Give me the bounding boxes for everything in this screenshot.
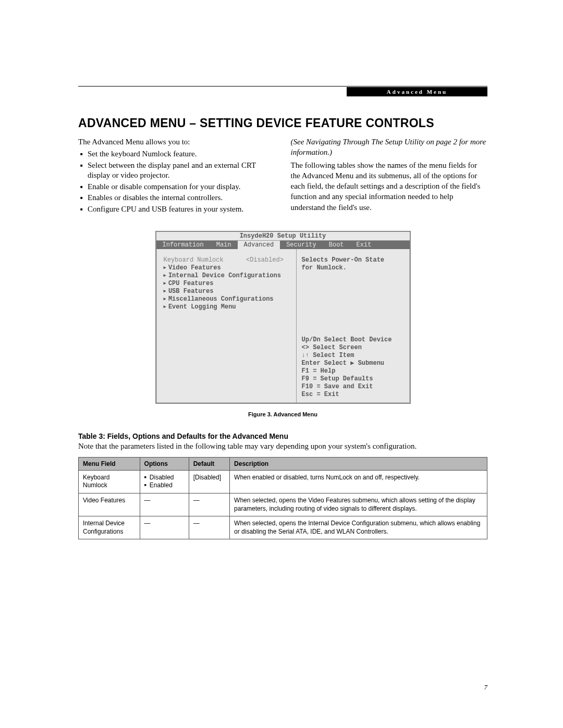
table-note: Note that the parameters listed in the f… bbox=[78, 441, 487, 452]
th-default: Default bbox=[189, 457, 229, 470]
bios-numlock-value: <Disabled> bbox=[246, 256, 284, 264]
cell-field: Video Features bbox=[79, 493, 140, 516]
key-line: Esc = Exit bbox=[302, 391, 405, 399]
bullet: Enable or disable compensation for your … bbox=[88, 182, 275, 192]
cell-field: Internal Device Configurations bbox=[79, 516, 140, 539]
key-line: F9 = Setup Defaults bbox=[302, 375, 405, 383]
header-badge: Advanced Menu bbox=[347, 87, 487, 96]
table-row: Internal Device Configurations — — When … bbox=[79, 516, 487, 539]
th-description: Description bbox=[230, 457, 487, 470]
right-column: (See Navigating Through The Setup Utilit… bbox=[291, 137, 488, 215]
see-note: (See Navigating Through The Setup Utilit… bbox=[291, 137, 488, 158]
key-line: ↓↑ Select Item bbox=[302, 352, 405, 360]
bios-item-misc[interactable]: Miscellaneous Configurations bbox=[164, 295, 292, 303]
bullet: Set the keyboard Numlock feature. bbox=[88, 149, 275, 159]
bios-title: InsydeH20 Setup Utility bbox=[156, 232, 410, 241]
bios-numlock-label: Keyboard Numlock bbox=[164, 256, 224, 264]
cell-options: — bbox=[140, 493, 189, 516]
cell-default: — bbox=[189, 516, 229, 539]
table-row: Keyboard Numlock Disabled Enabled [Disab… bbox=[79, 470, 487, 493]
key-line: Up/Dn Select Boot Device bbox=[302, 336, 405, 344]
bios-help-text: Selects Power-On State for Numlock. bbox=[302, 256, 405, 272]
top-rule bbox=[78, 86, 487, 87]
bios-tab-advanced[interactable]: Advanced bbox=[238, 241, 280, 249]
cell-desc: When selected, opens the Internal Device… bbox=[230, 516, 487, 539]
option-item: Enabled bbox=[144, 482, 185, 490]
bios-item-event[interactable]: Event Logging Menu bbox=[164, 303, 292, 311]
bios-box: InsydeH20 Setup Utility Information Main… bbox=[155, 231, 411, 404]
key-line: F10 = Save and Exit bbox=[302, 383, 405, 391]
bullet: Select between the display panel and an … bbox=[88, 161, 275, 181]
figure-caption: Figure 3. Advanced Menu bbox=[155, 411, 411, 417]
page-title: ADVANCED MENU – SETTING DEVICE FEATURE C… bbox=[78, 116, 487, 130]
bios-body: Keyboard Numlock <Disabled> Video Featur… bbox=[156, 249, 410, 403]
bios-tab-security[interactable]: Security bbox=[280, 241, 323, 249]
th-menu-field: Menu Field bbox=[79, 457, 140, 470]
option-item: Disabled bbox=[144, 474, 185, 482]
bios-tab-exit[interactable]: Exit bbox=[350, 241, 378, 249]
intro-line: The Advanced Menu allows you to: bbox=[78, 137, 275, 147]
bullet: Configure CPU and USB features in your s… bbox=[88, 204, 275, 215]
table-title: Table 3: Fields, Options and Defaults fo… bbox=[78, 432, 487, 440]
table-header-row: Menu Field Options Default Description bbox=[79, 457, 487, 470]
cell-options: Disabled Enabled bbox=[140, 470, 189, 493]
page-number: 7 bbox=[484, 683, 488, 692]
key-line: Enter Select ▶ Submenu bbox=[302, 360, 405, 367]
bios-tab-boot[interactable]: Boot bbox=[323, 241, 350, 249]
bullet: Enables or disables the internal control… bbox=[88, 193, 275, 203]
bios-tabs: Information Main Advanced Security Boot … bbox=[156, 241, 410, 249]
cell-options: — bbox=[140, 516, 189, 539]
left-column: The Advanced Menu allows you to: Set the… bbox=[78, 137, 275, 215]
bios-tab-information[interactable]: Information bbox=[156, 241, 210, 249]
bios-right-pane: Selects Power-On State for Numlock. Up/D… bbox=[297, 249, 410, 403]
key-line: F1 = Help bbox=[302, 367, 405, 375]
bios-item-usb[interactable]: USB Features bbox=[164, 288, 292, 295]
right-paragraph: The following tables show the names of t… bbox=[291, 160, 488, 213]
fields-table: Menu Field Options Default Description K… bbox=[78, 457, 487, 540]
cell-default: — bbox=[189, 493, 229, 516]
bios-tab-main[interactable]: Main bbox=[210, 241, 238, 249]
intro-columns: The Advanced Menu allows you to: Set the… bbox=[78, 137, 487, 215]
cell-desc: When enabled or disabled, turns NumLock … bbox=[230, 470, 487, 493]
bios-left-pane: Keyboard Numlock <Disabled> Video Featur… bbox=[156, 249, 297, 403]
bios-key-legend: Up/Dn Select Boot Device <> Select Scree… bbox=[302, 336, 405, 399]
bios-item-video[interactable]: Video Features bbox=[164, 264, 292, 272]
cell-default: [Disabled] bbox=[189, 470, 229, 493]
help-line: for Numlock. bbox=[302, 264, 405, 272]
bios-item-idc[interactable]: Internal Device Configurations bbox=[164, 272, 292, 279]
intro-bullets: Set the keyboard Numlock feature. Select… bbox=[78, 149, 275, 214]
table-row: Video Features — — When selected, opens … bbox=[79, 493, 487, 516]
bios-numlock-row[interactable]: Keyboard Numlock <Disabled> bbox=[164, 256, 292, 264]
th-options: Options bbox=[140, 457, 189, 470]
cell-desc: When selected, opens the Video Features … bbox=[230, 493, 487, 516]
bios-screenshot: InsydeH20 Setup Utility Information Main… bbox=[155, 231, 411, 417]
key-line: <> Select Screen bbox=[302, 344, 405, 352]
page: Advanced Menu ADVANCED MENU – SETTING DE… bbox=[0, 0, 563, 728]
cell-field: Keyboard Numlock bbox=[79, 470, 140, 493]
bios-item-cpu[interactable]: CPU Features bbox=[164, 280, 292, 287]
help-line: Selects Power-On State bbox=[302, 256, 405, 264]
